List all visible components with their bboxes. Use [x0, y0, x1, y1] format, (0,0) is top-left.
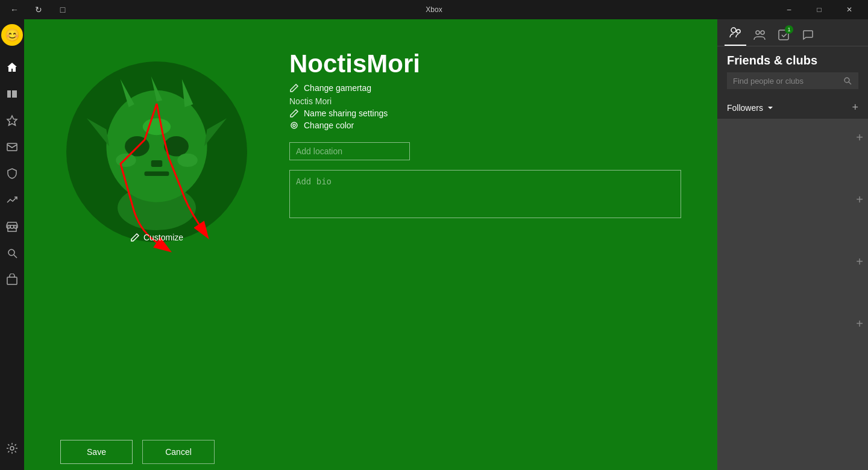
gamertag-display: NoctisMori — [289, 49, 681, 78]
chat-tab[interactable] — [797, 24, 819, 46]
svg-rect-1 — [12, 90, 17, 98]
followers-content: + + + + — [717, 119, 868, 470]
add-button-4[interactable]: + — [856, 317, 863, 331]
svg-rect-19 — [145, 172, 169, 176]
svg-marker-2 — [7, 116, 17, 125]
svg-point-24 — [291, 122, 297, 128]
customize-button[interactable]: Customize — [130, 233, 183, 242]
sidebar-item-store[interactable] — [0, 215, 24, 239]
customize-label: Customize — [143, 233, 183, 242]
svg-point-5 — [8, 249, 14, 255]
svg-marker-15 — [204, 118, 227, 146]
sidebar-item-search[interactable] — [0, 241, 24, 265]
svg-marker-14 — [87, 118, 109, 146]
panel-tabs: 1 — [717, 19, 868, 46]
profile-info: NoctisMori Change gamertag Noctis Mori N… — [289, 43, 681, 221]
friends-tab[interactable] — [725, 24, 746, 46]
name-sharing-label: Name sharing settings — [304, 108, 388, 118]
svg-rect-18 — [151, 160, 163, 167]
change-gamertag-link[interactable]: Change gamertag — [289, 83, 681, 93]
search-icon — [843, 76, 852, 86]
minimize-button[interactable]: – — [775, 0, 803, 19]
followers-row[interactable]: Followers + — [717, 96, 868, 119]
svg-point-21 — [116, 154, 136, 167]
main-content: Customize NoctisMori Change gamertag Noc… — [24, 19, 717, 470]
sidebar-item-shield[interactable] — [0, 161, 24, 186]
svg-rect-3 — [7, 143, 17, 151]
followers-label: Followers — [727, 103, 763, 113]
sidebar: 😊 — [0, 19, 24, 470]
svg-point-10 — [106, 90, 207, 202]
svg-point-28 — [756, 31, 760, 34]
app-body: 😊 — [0, 19, 868, 470]
svg-point-25 — [293, 124, 295, 127]
svg-rect-0 — [7, 90, 11, 98]
svg-point-31 — [844, 78, 849, 83]
location-input[interactable] — [289, 142, 410, 160]
sidebar-item-home[interactable] — [0, 55, 24, 80]
search-input[interactable] — [733, 77, 838, 86]
back-button[interactable]: ← — [5, 0, 24, 19]
followers-add-icon[interactable]: + — [852, 101, 858, 114]
app-title: Xbox — [426, 5, 442, 14]
friends-clubs-title: Friends & clubs — [717, 46, 868, 72]
svg-point-8 — [10, 446, 14, 450]
change-color-link[interactable]: Change color — [289, 121, 681, 130]
titlebar: ← ↻ □ Xbox – □ ✕ — [0, 0, 868, 19]
save-button[interactable]: Save — [60, 440, 133, 464]
refresh-button[interactable]: ↻ — [29, 0, 48, 19]
change-color-label: Change color — [304, 121, 354, 130]
name-sharing-link[interactable]: Name sharing settings — [289, 108, 681, 118]
avatar-circle — [66, 61, 247, 242]
change-gamertag-label: Change gamertag — [304, 83, 371, 93]
sidebar-avatar[interactable]: 😊 — [1, 24, 23, 46]
svg-point-27 — [737, 30, 740, 33]
right-panel: 1 Friends & clubs Followers — [717, 19, 868, 470]
svg-point-16 — [125, 136, 149, 156]
bottom-bar: Save Cancel — [24, 434, 717, 470]
close-button[interactable]: ✕ — [835, 0, 863, 19]
svg-point-22 — [177, 154, 197, 167]
add-button-3[interactable]: + — [856, 255, 863, 269]
cancel-button[interactable]: Cancel — [142, 440, 215, 464]
search-bar — [727, 72, 858, 89]
sidebar-item-trending[interactable] — [0, 188, 24, 212]
add-button-2[interactable]: + — [856, 193, 863, 207]
svg-line-6 — [14, 255, 17, 258]
svg-point-17 — [164, 136, 189, 156]
sidebar-item-achievements[interactable] — [0, 108, 24, 133]
notification-badge: 1 — [785, 25, 793, 34]
party-tab[interactable] — [749, 24, 770, 46]
sidebar-item-social[interactable] — [0, 268, 24, 292]
avatar-area: Customize — [60, 43, 253, 260]
restore-button[interactable]: □ — [805, 0, 833, 19]
bio-input[interactable] — [289, 170, 681, 218]
svg-point-29 — [761, 31, 764, 34]
sidebar-item-library[interactable] — [0, 82, 24, 106]
svg-point-26 — [731, 28, 736, 33]
sidebar-item-settings[interactable] — [0, 436, 24, 460]
svg-rect-7 — [7, 277, 17, 284]
capture-button[interactable]: □ — [53, 0, 72, 19]
achievements-tab[interactable]: 1 — [773, 24, 794, 46]
svg-line-32 — [849, 82, 851, 84]
add-button-1[interactable]: + — [856, 131, 863, 145]
real-name-display: Noctis Mori — [289, 96, 681, 106]
sidebar-item-messages[interactable] — [0, 135, 24, 159]
chevron-down-icon — [767, 104, 774, 111]
svg-point-20 — [143, 118, 171, 135]
